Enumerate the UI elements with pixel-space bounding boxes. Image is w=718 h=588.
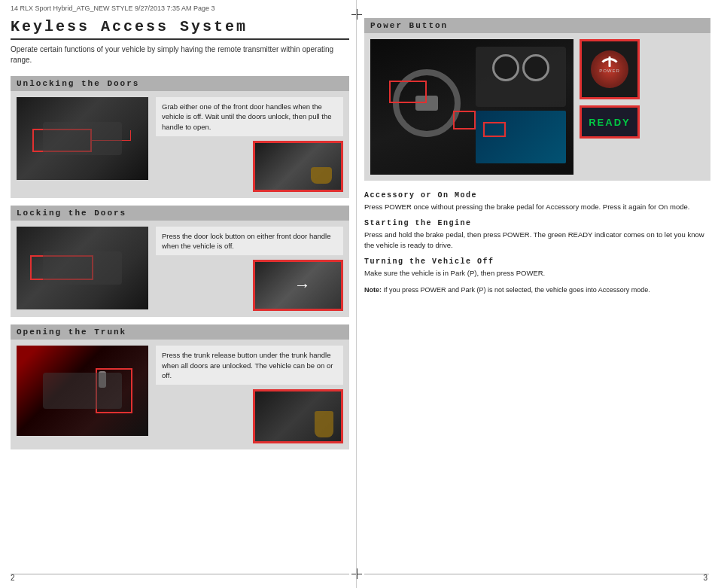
connect-line-h: [92, 140, 132, 141]
dashboard-highlight-1: [389, 81, 427, 103]
power-header: Power Button: [364, 18, 710, 33]
turning-off-title: Turning the Vehicle Off: [364, 257, 710, 266]
power-content: POWER READY: [364, 33, 710, 181]
main-title: Keyless Access System: [11, 18, 349, 40]
screen-graphic: [476, 111, 566, 163]
locking-content: Press the door lock button on either fro…: [11, 221, 349, 318]
trunk-instruction: Press the trunk release button under the…: [156, 346, 343, 385]
note-label: Note:: [364, 286, 382, 294]
key-graphic: [99, 371, 106, 388]
car-door-graphic: [17, 97, 148, 180]
trunk-section: Opening the Trunk Press the trunk releas…: [11, 324, 349, 449]
crosshair-top: [351, 9, 362, 20]
descriptions-area: Accessory or On Mode Press POWER once wi…: [364, 188, 710, 306]
locking-main-image: [17, 227, 148, 309]
power-section: Power Button: [364, 18, 710, 181]
turning-off-description: Turning the Vehicle Off Make sure the ve…: [364, 257, 710, 278]
left-panel: Keyless Access System Operate certain fu…: [11, 18, 349, 573]
power-button-circle: POWER: [591, 50, 628, 88]
gauge-right: [522, 54, 549, 81]
starting-engine-description: Starting the Engine Press and hold the b…: [364, 219, 710, 250]
subtitle: Operate certain functions of your vehicl…: [11, 44, 349, 66]
trunk-content: Press the trunk release button under the…: [11, 340, 349, 449]
unlocking-detail-graphic: [255, 143, 341, 190]
power-label: POWER: [599, 69, 620, 73]
page-divider: [356, 0, 357, 588]
unlocking-header: Unlocking the Doors: [11, 76, 349, 91]
connect-line-v: [130, 130, 131, 140]
trunk-small-image: [253, 389, 343, 443]
note-body: If you press POWER and Park (P) is not s…: [384, 286, 650, 294]
page-number-left: 2: [11, 574, 15, 582]
unlocking-small-image: [253, 141, 343, 192]
ready-indicator-image: READY: [580, 105, 640, 139]
dashboard-overlay: [370, 39, 573, 175]
trunk-graphic: [17, 346, 148, 436]
dashboard-image: [370, 39, 573, 175]
page-number-right: 3: [703, 574, 707, 582]
accessory-mode-body: Press POWER once without pressing the br…: [364, 202, 710, 212]
right-panel: Power Button: [364, 18, 710, 573]
locking-small-image: →: [253, 260, 343, 311]
locking-header: Locking the Doors: [11, 206, 349, 221]
dashboard-highlight-2: [453, 111, 476, 129]
unlocking-text-area: Grab either one of the front door handle…: [156, 97, 343, 192]
gauge-left: [492, 54, 519, 81]
locking-section: Locking the Doors Press the door lock bu…: [11, 206, 349, 318]
trunk-text-area: Press the trunk release button under the…: [156, 346, 343, 443]
bottom-rule-right: [364, 574, 709, 574]
locking-text-area: Press the door lock button on either fro…: [156, 227, 343, 312]
arrow-icon: →: [294, 276, 311, 295]
note-description: Note: If you press POWER and Park (P) is…: [364, 285, 710, 295]
dashboard-highlight-3: [483, 122, 506, 137]
trunk-handle-highlight: [96, 368, 132, 413]
note-text: Note: If you press POWER and Park (P) is…: [364, 285, 710, 295]
lock-button-highlight: [30, 255, 93, 280]
door-handle-highlight: [32, 129, 92, 152]
starting-engine-body: Press and hold the brake pedal, then pre…: [364, 230, 710, 250]
unlocking-section: Unlocking the Doors Grab either one of t…: [11, 76, 349, 198]
trunk-main-image: [17, 346, 148, 436]
gauges: [476, 51, 566, 84]
locking-door-graphic: [17, 227, 148, 309]
hand-graphic: [311, 167, 332, 184]
locking-detail-graphic: →: [255, 262, 341, 309]
bottom-rule-left: [11, 574, 349, 574]
turning-off-body: Make sure the vehicle is in Park (P), th…: [364, 268, 710, 278]
accessory-mode-title: Accessory or On Mode: [364, 191, 710, 200]
trunk-detail-graphic: [255, 391, 341, 441]
infotainment-screen: [476, 111, 566, 163]
gauge-cluster-graphic: [476, 47, 566, 107]
locking-instruction: Press the door lock button on either fro…: [156, 227, 343, 256]
unlocking-content: Grab either one of the front door handle…: [11, 91, 349, 198]
power-buttons-column: POWER READY: [580, 39, 640, 175]
trunk-header: Opening the Trunk: [11, 324, 349, 340]
crosshair-bottom: [351, 568, 362, 579]
accessory-mode-description: Accessory or On Mode Press POWER once wi…: [364, 191, 710, 212]
unlocking-instruction: Grab either one of the front door handle…: [156, 97, 343, 136]
ready-label: READY: [589, 117, 631, 128]
hand-on-trunk-graphic: [315, 411, 333, 437]
steering-wheel-graphic: [393, 69, 461, 137]
power-button-image: POWER: [580, 39, 640, 99]
file-info: 14 RLX Sport Hybrid_ATG_NEW STYLE 9/27/2…: [11, 5, 214, 12]
starting-engine-title: Starting the Engine: [364, 219, 710, 227]
unlocking-main-image: [17, 97, 148, 180]
